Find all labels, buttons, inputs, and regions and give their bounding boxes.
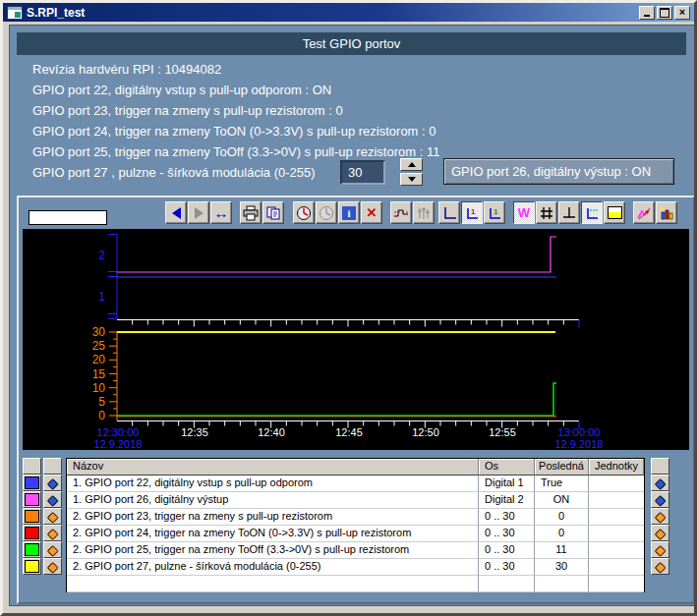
app-icon — [7, 6, 23, 20]
color-swatch-button[interactable] — [23, 541, 41, 558]
cell-units — [589, 492, 644, 509]
column-header-units[interactable]: Jednotky — [589, 459, 644, 476]
series-select-button-right[interactable]: ◆ — [651, 491, 669, 508]
cell-name: 2. GPIO port 27, pulzne - šírková modulá… — [67, 559, 479, 576]
series-select-button-right[interactable]: ◆ — [651, 475, 669, 491]
back-button[interactable] — [165, 201, 187, 224]
cell-last: 30 — [535, 559, 589, 576]
table-row[interactable]: 2. GPIO port 23, trigger na zmeny s pull… — [67, 509, 644, 526]
color-swatch-button[interactable] — [23, 508, 41, 525]
graph-type-button[interactable] — [656, 201, 677, 224]
close-trend-button[interactable]: ✕ — [361, 201, 382, 224]
series-select-button[interactable]: ◆ — [43, 541, 62, 558]
column-header-name[interactable]: Názov — [67, 459, 479, 476]
y-tick-0: 0 — [98, 409, 105, 422]
close-button[interactable]: × — [674, 6, 690, 20]
back-icon — [172, 207, 181, 219]
red-x-icon: ✕ — [367, 206, 378, 219]
series-select-button-right[interactable]: ◆ — [651, 558, 669, 575]
analog-pane: 30 25 20 15 10 5 0 — [92, 325, 579, 429]
series-select-button[interactable]: ◆ — [43, 525, 62, 541]
diamond-icon: ◆ — [656, 544, 665, 556]
cell-last: 0 — [535, 509, 589, 526]
time-axis-labels: 12:30:00 12:35 12:40 12:45 12:50 12:55 1… — [94, 426, 604, 450]
curves-button[interactable]: W — [513, 201, 535, 224]
diamond-icon: ◆ — [48, 561, 57, 573]
color-swatch-button[interactable] — [23, 491, 41, 508]
color-swatch-button[interactable] — [23, 525, 41, 541]
series-select-button-right[interactable]: ◆ — [651, 525, 669, 541]
series-select-button-right[interactable]: ◆ — [651, 508, 669, 525]
table-row[interactable]: 2. GPIO port 25, trigger na zmeny ToOff … — [67, 542, 644, 559]
cell-axis: 0 .. 30 — [479, 509, 535, 526]
new-graph-button[interactable] — [633, 201, 655, 224]
time-label: 12:45 — [335, 426, 363, 438]
histogram-icon — [416, 205, 432, 221]
trend-textbox[interactable] — [29, 210, 107, 225]
swatch — [25, 510, 39, 523]
series-select-button[interactable]: ◆ — [43, 508, 62, 525]
y-tick-25: 25 — [92, 339, 106, 353]
color-swatch-button[interactable] — [23, 475, 41, 491]
swatch — [25, 543, 39, 556]
cell-name: 2. GPIO port 24, trigger na zmeny ToON (… — [67, 526, 479, 542]
cell-name: 2. GPIO port 23, trigger na zmeny s pull… — [67, 509, 479, 526]
titlebar[interactable]: S.RPI_test × — [3, 3, 694, 22]
background-button[interactable] — [604, 201, 625, 224]
table-row[interactable]: 2. GPIO port 24, trigger na zmeny ToON (… — [67, 526, 644, 542]
history-clock-button[interactable] — [316, 201, 337, 224]
axis-bottom-button[interactable] — [558, 201, 580, 224]
grid-button[interactable] — [536, 201, 557, 224]
forward-icon — [195, 207, 203, 219]
arrow-up-icon — [408, 162, 416, 167]
spinner-up-button[interactable] — [400, 158, 423, 171]
pwm-spinner — [400, 158, 423, 186]
print-button[interactable] — [240, 201, 261, 224]
axis-time-button[interactable] — [581, 201, 603, 224]
copy-button[interactable] — [262, 201, 284, 224]
window: S.RPI_test × Test GPIO portov Revízia ha… — [0, 0, 697, 616]
table-row[interactable]: 1. GPIO port 22, digitálny vstup s pull-… — [67, 476, 644, 492]
copy-icon — [265, 205, 281, 221]
column-header-last[interactable]: Posledná — [535, 459, 589, 476]
date-label-end: 12.9.2018 — [555, 438, 604, 450]
printer-icon — [243, 205, 259, 221]
info-button[interactable]: i — [338, 201, 360, 224]
time-label: 12:50 — [412, 426, 439, 438]
minimize-icon — [644, 15, 650, 17]
color-swatch-button[interactable] — [23, 558, 41, 575]
spinner-down-button[interactable] — [400, 173, 423, 186]
series-select-button[interactable]: ◆ — [43, 491, 62, 508]
time-range-button[interactable]: ↔ — [210, 201, 232, 224]
axis-1-red-button[interactable]: 1 — [461, 201, 483, 224]
y-tick-10: 10 — [92, 381, 106, 395]
close-icon: × — [679, 7, 685, 18]
cell-units — [589, 509, 644, 526]
axis-left-button[interactable] — [438, 201, 460, 224]
maximize-icon — [660, 8, 669, 18]
forward-button[interactable] — [188, 201, 209, 224]
swatch — [25, 560, 39, 573]
cell-units — [589, 526, 644, 542]
pwm-value-input[interactable] — [340, 160, 385, 185]
minimize-button[interactable] — [639, 6, 655, 20]
trend-chart-area[interactable]: 2 1 30 25 20 15 10 5 0 — [23, 229, 689, 450]
histogram-button[interactable] — [413, 201, 435, 224]
column-header-axis[interactable]: Os — [479, 459, 535, 476]
table-header-row: Názov Os Posledná Jednotky — [67, 459, 644, 476]
realtime-clock-button[interactable] — [293, 201, 315, 224]
maximize-button[interactable] — [657, 6, 672, 20]
diamond-icon: ◆ — [48, 511, 57, 523]
series-select-button[interactable]: ◆ — [43, 558, 62, 575]
axis-1-green-button[interactable]: 1 — [484, 201, 505, 224]
table-row[interactable]: 2. GPIO port 27, pulzne - šírková modulá… — [67, 559, 644, 576]
series-select-button[interactable]: ◆ — [43, 475, 62, 491]
limits-button[interactable] — [390, 201, 412, 224]
limits-icon — [393, 205, 409, 221]
axis-time-icon — [584, 205, 600, 221]
trace-gpio22 — [117, 237, 556, 272]
gpio26-toggle-button[interactable]: GPIO port 26, digitálny výstup : ON — [443, 158, 674, 185]
table-row[interactable]: 1. GPIO port 26, digitálny výstup Digita… — [67, 492, 644, 509]
analog-y-ticks — [109, 332, 117, 416]
series-select-button-right[interactable]: ◆ — [651, 541, 669, 558]
